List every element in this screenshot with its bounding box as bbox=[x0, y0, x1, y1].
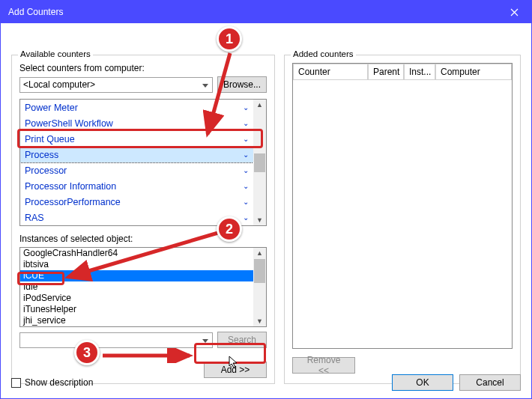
counter-item-processor-information[interactable]: Processor Information⌄ bbox=[20, 178, 253, 194]
ok-button[interactable]: OK bbox=[392, 374, 453, 391]
added-counters-group: Added counters Counter Parent Inst... Co… bbox=[284, 55, 521, 384]
window-title: Add Counters bbox=[8, 7, 63, 17]
instance-item-ituneshelper[interactable]: iTunesHelper bbox=[20, 304, 253, 315]
show-description-label: Show description bbox=[25, 377, 93, 388]
select-computer-label: Select counters from computer: bbox=[19, 63, 267, 73]
scroll-thumb[interactable] bbox=[254, 259, 265, 283]
counter-item-label: ProcessorPerformance bbox=[25, 197, 121, 207]
scroll-up-icon[interactable]: ▲ bbox=[256, 100, 263, 110]
counter-categories-list[interactable]: Power Meter⌄PowerShell Workflow⌄Print Qu… bbox=[19, 99, 267, 226]
computer-combo[interactable]: <Local computer> bbox=[19, 77, 213, 93]
col-computer[interactable]: Computer bbox=[435, 64, 512, 80]
table-header-row: Counter Parent Inst... Computer bbox=[293, 64, 512, 80]
annotation-marker-3: 3 bbox=[74, 340, 100, 365]
instance-item-ipodservice[interactable]: iPodService bbox=[20, 293, 253, 304]
dialog-footer: Show description OK Cancel bbox=[11, 374, 521, 391]
instance-item-googlecrashhandler64[interactable]: GoogleCrashHandler64 bbox=[20, 248, 253, 259]
instance-list-scrollbar[interactable]: ▲ ▼ bbox=[253, 248, 266, 326]
instance-item-idle[interactable]: Idle bbox=[20, 281, 253, 293]
col-counter[interactable]: Counter bbox=[293, 64, 368, 80]
cancel-button[interactable]: Cancel bbox=[459, 374, 521, 391]
show-description-checkbox[interactable]: Show description bbox=[11, 377, 93, 388]
counter-item-label: Print Queue bbox=[25, 134, 75, 144]
annotation-marker-1: 1 bbox=[217, 26, 242, 52]
chevron-down-icon[interactable]: ⌄ bbox=[243, 166, 249, 174]
added-counters-table[interactable]: Counter Parent Inst... Computer bbox=[292, 63, 513, 349]
col-parent[interactable]: Parent bbox=[368, 64, 404, 80]
chevron-down-icon[interactable]: ⌄ bbox=[243, 103, 249, 112]
chevron-down-icon[interactable]: ⌄ bbox=[243, 182, 249, 190]
chevron-down-icon[interactable]: ⌄ bbox=[243, 150, 249, 159]
add-counters-dialog: Add Counters Available counters Select c… bbox=[0, 0, 532, 399]
scroll-down-icon[interactable]: ▼ bbox=[256, 215, 263, 225]
scroll-up-icon[interactable]: ▲ bbox=[256, 248, 263, 258]
counter-item-power-meter[interactable]: Power Meter⌄ bbox=[20, 100, 253, 115]
instance-search-combo[interactable] bbox=[19, 332, 213, 348]
chevron-down-icon[interactable]: ⌄ bbox=[243, 213, 249, 222]
instance-item-jhi_service[interactable]: jhi_service bbox=[20, 315, 253, 326]
counter-item-label: Power Meter bbox=[25, 103, 78, 113]
scroll-down-icon[interactable]: ▼ bbox=[256, 316, 263, 326]
counter-item-processor[interactable]: Processor⌄ bbox=[20, 162, 253, 178]
counter-item-label: RAS bbox=[25, 213, 44, 223]
counter-list-scrollbar[interactable]: ▲ ▼ bbox=[253, 100, 266, 225]
counter-item-label: Process bbox=[25, 150, 58, 160]
counter-item-print-queue[interactable]: Print Queue⌄ bbox=[20, 131, 253, 147]
chevron-down-icon[interactable]: ⌄ bbox=[243, 135, 249, 143]
counter-item-process[interactable]: Process⌄ bbox=[20, 147, 253, 162]
col-inst[interactable]: Inst... bbox=[404, 64, 435, 80]
counter-item-processorperformance[interactable]: ProcessorPerformance⌄ bbox=[20, 194, 253, 210]
computer-value: <Local computer> bbox=[23, 79, 95, 90]
added-legend: Added counters bbox=[291, 49, 356, 58]
available-legend: Available counters bbox=[18, 49, 93, 58]
remove-button[interactable]: Remove << bbox=[292, 357, 355, 374]
scroll-thumb[interactable] bbox=[254, 153, 265, 172]
instances-list[interactable]: GoogleCrashHandler64ibtsivaiCUEIdleiPodS… bbox=[19, 247, 267, 327]
chevron-down-icon[interactable]: ⌄ bbox=[243, 119, 249, 127]
instance-item-ibtsiva[interactable]: ibtsiva bbox=[20, 259, 253, 270]
search-button[interactable]: Search bbox=[217, 332, 267, 348]
browse-button[interactable]: Browse... bbox=[217, 76, 267, 93]
counter-item-label: PowerShell Workflow bbox=[25, 118, 113, 129]
annotation-marker-2: 2 bbox=[217, 216, 242, 242]
instance-item-icue[interactable]: iCUE bbox=[20, 270, 253, 281]
titlebar: Add Counters bbox=[1, 1, 531, 23]
counter-item-powershell-workflow[interactable]: PowerShell Workflow⌄ bbox=[20, 115, 253, 131]
close-button[interactable] bbox=[498, 1, 531, 23]
chevron-down-icon[interactable]: ⌄ bbox=[243, 198, 249, 206]
checkbox-box[interactable] bbox=[11, 378, 21, 388]
counter-item-label: Processor Information bbox=[25, 181, 116, 192]
counter-item-label: Processor bbox=[25, 165, 67, 176]
